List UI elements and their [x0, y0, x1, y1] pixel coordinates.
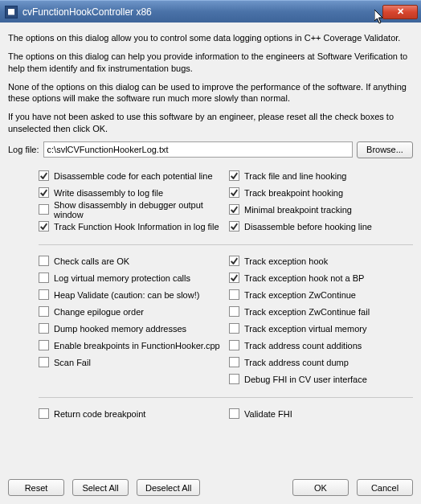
g3-left-label-0: Return code breakpoint — [54, 409, 145, 419]
window-title: cvFunctionHookController x86 — [22, 6, 382, 18]
dialog-body: The options on this dialog allow you to … — [0, 23, 421, 504]
g1-right-label-2: Minimal breakpoint tracking — [244, 205, 352, 215]
g1-right-checkbox-0[interactable] — [229, 170, 239, 181]
g2-right-label-2: Track exception ZwContinue — [244, 290, 356, 300]
separator-2 — [39, 397, 413, 398]
g1-left-checkbox-3[interactable] — [39, 221, 49, 232]
g2-right-checkbox-7[interactable] — [229, 374, 239, 384]
g2-left-checkbox-0[interactable] — [39, 256, 49, 266]
checkbox-group-2: Check calls are OKLog virtual memory pro… — [8, 252, 413, 389]
g1-left-label-3: Track Function Hook Information in log f… — [54, 222, 219, 232]
g1-right-checkbox-3[interactable] — [229, 221, 239, 232]
g2-left-row-3[interactable]: Change epilogue order — [39, 305, 223, 319]
g2-left-row-6[interactable]: Scan Fail — [39, 355, 223, 370]
g2-right-label-7: Debug FHI in CV user interface — [244, 375, 367, 384]
g2-left-row-2[interactable]: Heap Validate (caution: can be slow!) — [39, 288, 223, 302]
g2-right-checkbox-2[interactable] — [229, 289, 239, 300]
g1-left-label-2: Show disassembly in debugger output wind… — [54, 200, 223, 219]
ok-button[interactable]: OK — [292, 479, 349, 496]
g2-left-checkbox-2[interactable] — [39, 289, 49, 300]
titlebar: cvFunctionHookController x86 ✕ — [0, 0, 421, 23]
g2-right-checkbox-5[interactable] — [229, 340, 239, 350]
intro-p4: If you have not been asked to use this s… — [8, 111, 413, 135]
g2-left-label-1: Log virtual memory protection calls — [54, 273, 190, 283]
select-all-button[interactable]: Select All — [72, 479, 129, 496]
g2-right-label-4: Track exception virtual memory — [244, 324, 366, 334]
intro-p3: None of the options on this dialog can b… — [8, 81, 413, 105]
intro-p1: The options on this dialog allow you to … — [8, 32, 413, 44]
g2-right-checkbox-0[interactable] — [229, 256, 239, 266]
g3-right-checkbox-0[interactable] — [229, 408, 239, 419]
g2-right-label-1: Track exception hook not a BP — [244, 273, 364, 283]
g3-left-checkbox-0[interactable] — [39, 408, 49, 419]
g2-left-checkbox-1[interactable] — [39, 272, 49, 283]
g1-right-label-0: Track file and line hooking — [244, 171, 346, 181]
separator-1 — [39, 244, 413, 245]
g1-left-row-2[interactable]: Show disassembly in debugger output wind… — [39, 203, 223, 217]
g1-left-row-3[interactable]: Track Function Hook Information in log f… — [39, 219, 223, 234]
g1-right-row-0[interactable]: Track file and line hooking — [229, 169, 413, 183]
g2-left-row-1[interactable]: Log virtual memory protection calls — [39, 271, 223, 285]
g1-right-checkbox-1[interactable] — [229, 187, 239, 198]
close-button[interactable]: ✕ — [382, 5, 418, 19]
g2-right-label-6: Track address count dump — [244, 358, 349, 367]
g2-left-row-0[interactable]: Check calls are OK — [39, 254, 223, 268]
browse-button[interactable]: Browse... — [357, 141, 413, 158]
deselect-all-button[interactable]: Deselect All — [137, 479, 200, 496]
g1-left-row-1[interactable]: Write disassembly to log file — [39, 186, 223, 200]
log-file-row: Log file: Browse... — [8, 141, 413, 158]
close-icon: ✕ — [397, 6, 404, 17]
g2-left-checkbox-3[interactable] — [39, 306, 49, 317]
g1-right-row-2[interactable]: Minimal breakpoint tracking — [229, 203, 413, 217]
g2-left-row-4[interactable]: Dump hooked memory addresses — [39, 322, 223, 336]
log-file-input[interactable] — [43, 141, 353, 158]
app-icon — [5, 6, 18, 18]
g2-right-checkbox-6[interactable] — [229, 357, 239, 367]
g2-left-label-4: Dump hooked memory addresses — [54, 324, 186, 334]
cancel-button[interactable]: Cancel — [357, 479, 413, 496]
g1-right-label-3: Disassemble before hooking line — [244, 222, 372, 232]
g2-left-label-5: Enable breakpoints in FunctionHooker.cpp — [54, 341, 220, 350]
g3-left-row-0[interactable]: Return code breakpoint — [39, 407, 223, 421]
g2-left-label-0: Check calls are OK — [54, 256, 129, 266]
g2-right-row-1[interactable]: Track exception hook not a BP — [229, 271, 413, 285]
checkbox-group-3: Return code breakpoint Validate FHI — [8, 404, 413, 424]
g1-left-checkbox-2[interactable] — [39, 204, 49, 215]
g2-left-label-3: Change epilogue order — [54, 307, 144, 317]
g1-right-row-3[interactable]: Disassemble before hooking line — [229, 219, 413, 234]
g2-right-label-3: Track exception ZwContinue fail — [244, 307, 370, 317]
g2-left-checkbox-6[interactable] — [39, 357, 49, 367]
checkbox-group-1: Disassemble code for each potential line… — [8, 166, 413, 236]
g2-left-label-2: Heap Validate (caution: can be slow!) — [54, 290, 199, 300]
g2-left-row-5[interactable]: Enable breakpoints in FunctionHooker.cpp — [39, 338, 223, 353]
g2-right-label-0: Track exception hook — [244, 256, 328, 266]
g2-left-checkbox-5[interactable] — [39, 340, 49, 350]
g2-right-row-0[interactable]: Track exception hook — [229, 254, 413, 268]
g1-right-checkbox-2[interactable] — [229, 204, 239, 215]
g2-left-checkbox-4[interactable] — [39, 323, 49, 334]
g2-right-checkbox-3[interactable] — [229, 306, 239, 317]
g2-right-row-6[interactable]: Track address count dump — [229, 355, 413, 370]
g1-left-checkbox-0[interactable] — [39, 170, 49, 181]
g1-left-row-0[interactable]: Disassemble code for each potential line — [39, 169, 223, 183]
g1-left-label-0: Disassemble code for each potential line — [54, 171, 213, 181]
g2-right-label-5: Track address count additions — [244, 341, 362, 350]
button-row: Reset Select All Deselect All OK Cancel — [8, 479, 413, 496]
g2-left-label-6: Scan Fail — [54, 358, 91, 367]
g2-right-row-2[interactable]: Track exception ZwContinue — [229, 288, 413, 302]
g2-right-row-7[interactable]: Debug FHI in CV user interface — [229, 372, 413, 387]
g1-right-label-1: Track breakpoint hooking — [244, 188, 343, 198]
g2-right-checkbox-1[interactable] — [229, 272, 239, 283]
g2-right-row-4[interactable]: Track exception virtual memory — [229, 322, 413, 336]
g3-right-row-0[interactable]: Validate FHI — [229, 407, 413, 421]
log-file-label: Log file: — [8, 145, 39, 154]
g1-right-row-1[interactable]: Track breakpoint hooking — [229, 186, 413, 200]
g2-right-row-5[interactable]: Track address count additions — [229, 338, 413, 353]
g1-left-label-1: Write disassembly to log file — [54, 188, 163, 198]
g2-right-row-3[interactable]: Track exception ZwContinue fail — [229, 305, 413, 319]
g1-left-checkbox-1[interactable] — [39, 187, 49, 198]
g2-right-checkbox-4[interactable] — [229, 323, 239, 334]
reset-button[interactable]: Reset — [8, 479, 64, 496]
g3-right-label-0: Validate FHI — [244, 409, 292, 419]
intro-p2: The options on this dialog can help you … — [8, 51, 413, 75]
